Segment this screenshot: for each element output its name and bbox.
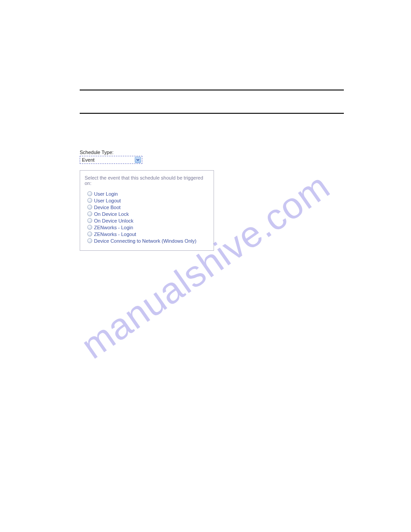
radio-icon bbox=[87, 191, 92, 196]
radio-user-login[interactable]: User Login bbox=[85, 190, 209, 197]
radio-label: On Device Unlock bbox=[94, 218, 133, 223]
radio-icon bbox=[87, 232, 92, 236]
radio-label: ZENworks - Login bbox=[94, 225, 133, 230]
radio-icon bbox=[87, 238, 92, 243]
radio-label: Device Boot bbox=[94, 205, 120, 210]
event-panel-title: Select the event that this schedule shou… bbox=[85, 175, 209, 186]
horizontal-rule-top bbox=[80, 90, 344, 90]
radio-icon bbox=[87, 211, 92, 216]
radio-device-boot[interactable]: Device Boot bbox=[85, 204, 209, 210]
schedule-type-selected: Event bbox=[82, 157, 94, 163]
radio-on-device-unlock[interactable]: On Device Unlock bbox=[85, 217, 209, 224]
radio-icon bbox=[87, 205, 92, 210]
radio-on-device-lock[interactable]: On Device Lock bbox=[85, 210, 209, 217]
radio-icon bbox=[87, 225, 92, 230]
radio-label: ZENworks - Logout bbox=[94, 232, 136, 237]
horizontal-rule-bottom bbox=[80, 113, 344, 114]
radio-label: On Device Lock bbox=[94, 211, 129, 217]
schedule-type-select[interactable]: Event bbox=[80, 156, 142, 164]
radio-icon bbox=[87, 218, 92, 223]
radio-label: User Login bbox=[94, 191, 118, 197]
radio-zenworks-logout[interactable]: ZENworks - Logout bbox=[85, 231, 209, 237]
schedule-box: Schedule Type: Event Select the event th… bbox=[80, 150, 218, 251]
radio-zenworks-login[interactable]: ZENworks - Login bbox=[85, 224, 209, 231]
chevron-down-icon bbox=[135, 157, 141, 163]
event-panel: Select the event that this schedule shou… bbox=[80, 170, 214, 251]
radio-label: User Logout bbox=[94, 198, 121, 203]
radio-user-logout[interactable]: User Logout bbox=[85, 197, 209, 204]
schedule-type-label: Schedule Type: bbox=[80, 150, 218, 155]
page-content: Schedule Type: Event Select the event th… bbox=[0, 0, 411, 251]
radio-label: Device Connecting to Network (Windows On… bbox=[94, 238, 197, 244]
radio-icon bbox=[87, 198, 92, 203]
radio-device-connecting-network[interactable]: Device Connecting to Network (Windows On… bbox=[85, 237, 209, 244]
